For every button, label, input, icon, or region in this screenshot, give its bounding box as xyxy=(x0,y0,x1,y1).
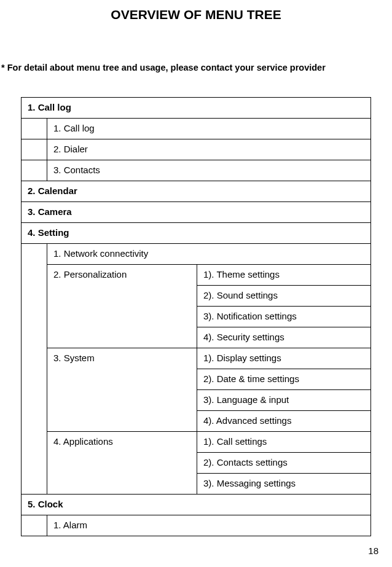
page-number: 18 xyxy=(368,545,378,556)
menu-item: 2. Dialer xyxy=(47,139,371,160)
submenu-item: 2). Sound settings xyxy=(197,286,371,307)
submenu-item: 4). Advanced settings xyxy=(197,411,371,432)
section-header: 4. Setting xyxy=(22,223,371,244)
menu-item: 2. Personalization xyxy=(47,265,197,348)
submenu-item: 3). Messaging settings xyxy=(197,474,371,495)
page-title: OVERVIEW OF MENU TREE xyxy=(0,0,392,27)
section-header: 3. Camera xyxy=(22,202,371,223)
spacer xyxy=(22,139,47,160)
spacer xyxy=(22,160,47,181)
menu-tree-table: 1. Call log 1. Call log 2. Dialer 3. Con… xyxy=(21,97,371,536)
menu-item: 3. System xyxy=(47,348,197,432)
submenu-item: 4). Security settings xyxy=(197,327,371,348)
spacer xyxy=(22,515,47,536)
menu-item: 1. Call log xyxy=(47,119,371,139)
menu-item: 1. Network connectivity xyxy=(47,244,371,265)
section-header: 1. Call log xyxy=(22,98,371,119)
spacer xyxy=(22,119,47,139)
menu-item: 4. Applications xyxy=(47,432,197,495)
submenu-item: 2). Date & time settings xyxy=(197,369,371,390)
section-header: 5. Clock xyxy=(22,495,371,515)
menu-item: 3. Contacts xyxy=(47,160,371,181)
submenu-item: 1). Call settings xyxy=(197,432,371,453)
section-header: 2. Calendar xyxy=(22,181,371,202)
submenu-item: 2). Contacts settings xyxy=(197,453,371,474)
spacer xyxy=(22,244,47,495)
submenu-item: 3). Notification settings xyxy=(197,307,371,327)
menu-item: 1. Alarm xyxy=(47,515,371,536)
submenu-item: 1). Display settings xyxy=(197,348,371,369)
note-text: * For detail about menu tree and usage, … xyxy=(0,63,392,72)
submenu-item: 3). Language & input xyxy=(197,390,371,411)
submenu-item: 1). Theme settings xyxy=(197,265,371,286)
